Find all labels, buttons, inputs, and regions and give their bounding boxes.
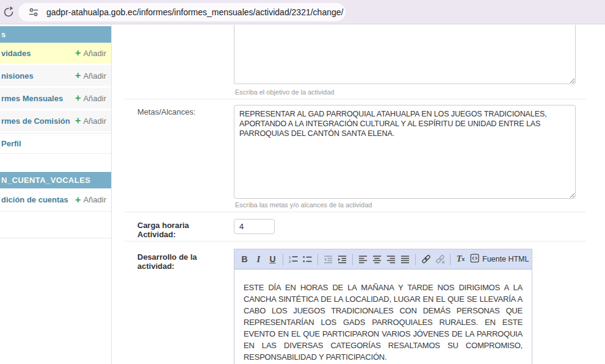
url-text[interactable]: gadpr-atahualpa.gob.ec/informes/informes…: [46, 7, 343, 17]
reload-icon[interactable]: [2, 5, 15, 19]
plus-icon: +: [75, 116, 81, 126]
metas-label: Metas/Alcances:: [137, 107, 229, 116]
align-right-icon[interactable]: [384, 252, 398, 266]
underline-button[interactable]: U: [266, 252, 280, 266]
sidebar-item-label[interactable]: rmes de Comisión: [0, 116, 70, 126]
source-html-button[interactable]: Fuente HTML: [468, 252, 531, 266]
align-left-icon[interactable]: [356, 252, 370, 266]
sidebar-section-footer: [0, 212, 111, 238]
row-divider: [125, 99, 586, 99]
sidebar-spacer: [0, 154, 111, 172]
site-settings-icon[interactable]: [24, 5, 43, 20]
indent-icon[interactable]: [335, 252, 349, 266]
plus-icon: +: [75, 195, 81, 205]
sidebar-item-comisiones[interactable]: nisiones + Añadir: [0, 65, 111, 86]
browser-toolbar: gadpr-atahualpa.gob.ec/informes/informes…: [0, 0, 605, 24]
change-form: Escriba el objetivo de la actividad Meta…: [112, 24, 605, 364]
source-code-icon: [470, 254, 479, 265]
bold-button[interactable]: B: [237, 252, 252, 266]
sidebar-item-actividades[interactable]: vidades + Añadir: [0, 43, 111, 63]
unlink-icon[interactable]: [433, 252, 447, 266]
sidebar-item-label[interactable]: nisiones: [0, 71, 34, 80]
metas-textarea[interactable]: REPRESENTAR AL GAD PARROQUIAL ATAHUALPA …: [234, 105, 576, 199]
toolbar-separator: [317, 254, 318, 265]
address-bar[interactable]: gadpr-atahualpa.gob.ec/informes/informes…: [18, 3, 346, 21]
toolbar-separator: [283, 254, 283, 265]
sidebar-item-label[interactable]: dición de cuentas: [0, 195, 68, 204]
svg-text:2: 2: [289, 259, 291, 263]
sidebar-item-informes-comision[interactable]: rmes de Comisión + Añadir: [0, 110, 111, 131]
sidebar-section-header-rendicion[interactable]: N_CUENTA_VOCALES: [0, 172, 111, 188]
editor-toolbar: B I U 1 2: [234, 249, 532, 269]
desarrollo-label: Desarrollo de la actividad:: [137, 252, 229, 271]
sidebar-section-header-informes[interactable]: s: [0, 26, 111, 43]
objetivo-help-text: Escriba el objetivo de la actividad: [235, 88, 335, 96]
sidebar-item-label[interactable]: rmes Mensuales: [0, 94, 63, 103]
toolbar-separator: [415, 254, 416, 265]
app-window: gadpr-atahualpa.gob.ec/informes/informes…: [0, 0, 605, 364]
svg-text:1: 1: [289, 255, 291, 259]
sidebar-item-rendicion-cuentas[interactable]: dición de cuentas + Añadir: [0, 188, 111, 212]
italic-button[interactable]: I: [252, 252, 266, 266]
rich-text-editor: B I U 1 2: [234, 249, 532, 364]
numbered-list-icon[interactable]: 1 2: [286, 252, 300, 266]
row-divider: [125, 212, 586, 212]
link-icon[interactable]: [419, 252, 433, 266]
outdent-icon[interactable]: [321, 252, 335, 266]
add-informe-mensual-link[interactable]: + Añadir: [75, 88, 106, 109]
toolbar-separator: [352, 254, 353, 265]
align-center-icon[interactable]: [370, 252, 384, 266]
carga-horaria-input[interactable]: [234, 219, 275, 234]
add-informe-comision-link[interactable]: + Añadir: [75, 110, 106, 131]
bulleted-list-icon[interactable]: [300, 252, 314, 266]
toolbar-separator: [450, 254, 451, 265]
add-actividad-link[interactable]: + Añadir: [75, 43, 106, 63]
plus-icon: +: [75, 48, 81, 58]
remove-format-button[interactable]: Tx: [454, 252, 468, 266]
carga-horaria-label: Carga horaria Actividad:: [137, 221, 229, 239]
sidebar-item-label[interactable]: Perfil: [0, 139, 21, 148]
sidebar-item-label[interactable]: vidades: [0, 49, 31, 58]
row-divider: [125, 241, 586, 241]
metas-help-text: Escriba las metas y/o alcances de la act…: [235, 201, 372, 209]
objetivo-textarea[interactable]: [234, 25, 576, 84]
add-rendicion-link[interactable]: + Añadir: [75, 188, 106, 211]
sidebar-item-perfil[interactable]: Perfil: [0, 133, 111, 154]
sidebar-item-informes-mensuales[interactable]: rmes Mensuales + Añadir: [0, 88, 111, 109]
editor-content[interactable]: ESTE DÍA EN HORAS DE LA MAÑANA Y TARDE N…: [234, 269, 532, 363]
plus-icon: +: [75, 93, 81, 103]
plus-icon: +: [75, 71, 81, 80]
add-comision-link[interactable]: + Añadir: [75, 65, 106, 86]
source-html-label: Fuente HTML: [482, 255, 529, 263]
align-justify-icon[interactable]: [398, 252, 412, 266]
nav-sidebar: s vidades + Añadir nisiones + Añadir rme…: [0, 24, 112, 364]
